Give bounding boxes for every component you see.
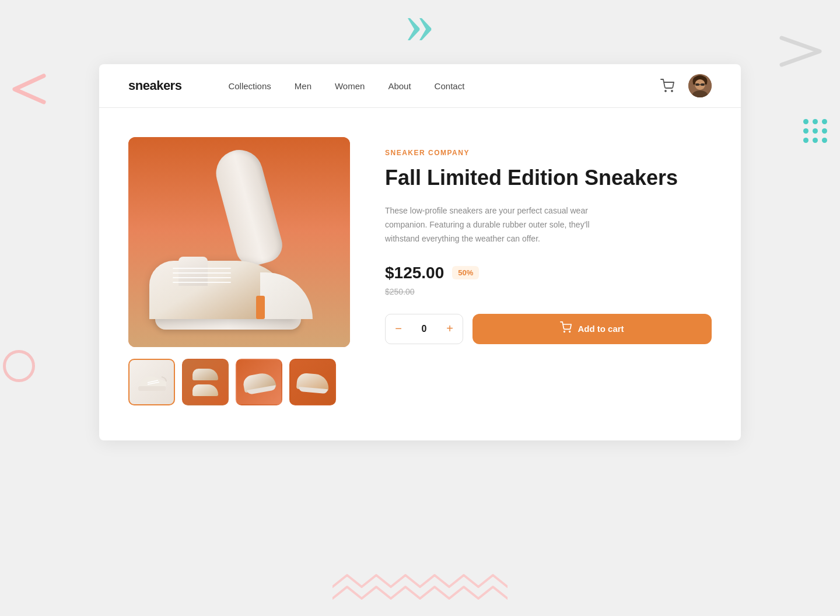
svg-point-1 xyxy=(671,90,673,92)
navbar: sneakers Collections Men Women About Con… xyxy=(99,64,741,108)
price-current: $125.00 xyxy=(385,264,444,282)
nav-link-contact[interactable]: Contact xyxy=(435,81,465,91)
add-to-cart-row: − 0 + Add to cart xyxy=(385,314,712,344)
quotemark-decoration: » xyxy=(405,0,435,52)
nav-link-men[interactable]: Men xyxy=(295,81,312,91)
add-to-cart-button[interactable]: Add to cart xyxy=(473,314,712,344)
svg-point-12 xyxy=(564,331,565,332)
thumbnail-2[interactable] xyxy=(182,359,229,405)
svg-rect-9 xyxy=(138,386,166,391)
quantity-control: − 0 + xyxy=(385,314,463,344)
product-card: sneakers Collections Men Women About Con… xyxy=(99,64,741,440)
dots-decoration xyxy=(801,117,830,145)
nav-actions xyxy=(658,74,712,97)
thumbnail-4[interactable] xyxy=(289,359,336,405)
product-images xyxy=(128,137,350,405)
user-avatar[interactable] xyxy=(688,74,712,97)
nav-links: Collections Men Women About Contact xyxy=(228,81,658,91)
main-product-image xyxy=(128,137,350,347)
thumbnail-row xyxy=(128,359,350,405)
thumb-1-image xyxy=(136,371,168,393)
svg-point-13 xyxy=(569,331,570,332)
product-title: Fall Limited Edition Sneakers xyxy=(385,165,712,190)
price-original: $250.00 xyxy=(385,287,712,296)
product-area: SNEAKER COMPANY Fall Limited Edition Sne… xyxy=(99,108,741,440)
nav-link-women[interactable]: Women xyxy=(335,81,365,91)
arrow-right-decoration xyxy=(776,32,828,70)
price-row: $125.00 50% xyxy=(385,264,712,282)
quantity-value: 0 xyxy=(411,324,437,334)
add-to-cart-label: Add to cart xyxy=(578,324,624,334)
thumbnail-1[interactable] xyxy=(128,359,175,405)
zigzag-decoration xyxy=(332,569,508,604)
avatar-icon xyxy=(688,74,712,97)
logo: sneakers xyxy=(128,78,181,93)
quantity-minus-button[interactable]: − xyxy=(386,314,411,344)
thumbnail-3[interactable] xyxy=(236,359,282,405)
arrow-left-decoration xyxy=(9,73,47,105)
svg-point-0 xyxy=(665,90,666,92)
nav-link-collections[interactable]: Collections xyxy=(228,81,271,91)
cart-button[interactable] xyxy=(658,76,677,95)
cart-svg-icon xyxy=(560,321,572,333)
cart-icon xyxy=(660,79,674,93)
discount-badge: 50% xyxy=(452,266,479,279)
product-info: SNEAKER COMPANY Fall Limited Edition Sne… xyxy=(385,137,712,405)
quantity-plus-button[interactable]: + xyxy=(437,314,463,344)
brand-label: SNEAKER COMPANY xyxy=(385,149,712,157)
cart-button-icon xyxy=(560,321,572,336)
svg-rect-5 xyxy=(695,83,699,86)
product-description: These low-profile sneakers are your perf… xyxy=(385,204,595,246)
ring-decoration xyxy=(3,350,35,382)
nav-link-about[interactable]: About xyxy=(388,81,411,91)
svg-rect-6 xyxy=(701,83,705,86)
